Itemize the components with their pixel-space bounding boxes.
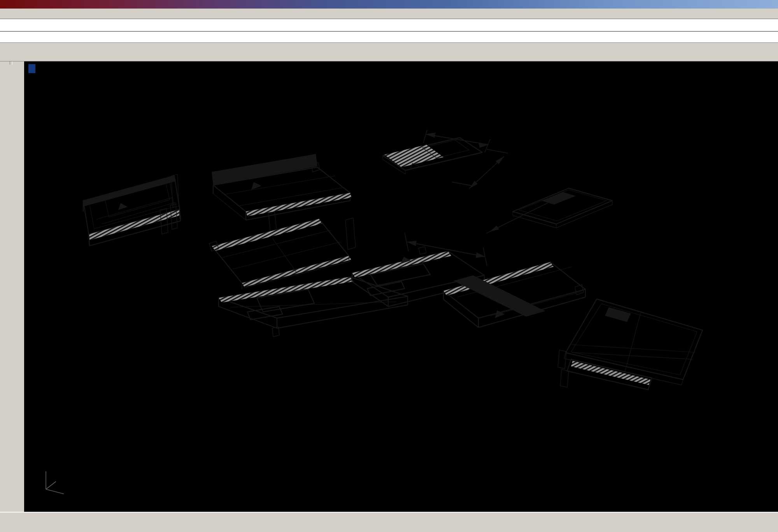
left-tool-dock <box>0 61 24 512</box>
title-bar[interactable] <box>0 0 778 9</box>
viewport-canvas[interactable] <box>24 61 778 512</box>
osnap-status-bar <box>0 523 778 532</box>
viewport-background <box>24 61 778 512</box>
viewport-perspective[interactable] <box>24 61 778 512</box>
command-area[interactable] <box>0 19 778 43</box>
main-toolbar <box>0 42 778 61</box>
command-history-line <box>0 19 778 32</box>
sheet-tab-row <box>0 513 778 523</box>
dock-column-a <box>0 61 10 65</box>
viewport-title-label[interactable] <box>28 64 35 73</box>
menu-bar[interactable] <box>0 9 778 19</box>
dock-column-b <box>12 61 25 65</box>
command-prompt[interactable] <box>0 32 778 42</box>
